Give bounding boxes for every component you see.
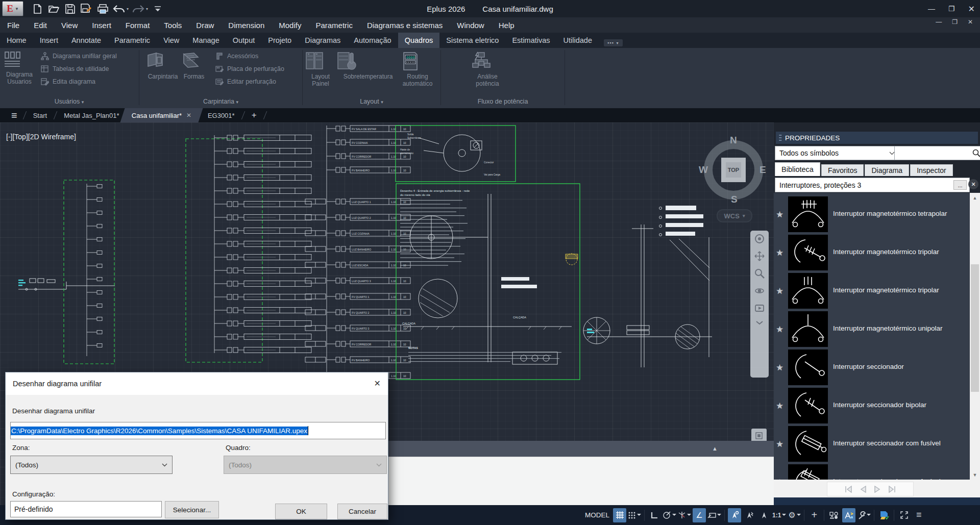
undo-dropdown-icon[interactable]: ▾ xyxy=(127,7,129,11)
command-text-window[interactable] xyxy=(387,457,774,505)
navbar-extra-button[interactable] xyxy=(751,429,767,442)
tab-favoritos[interactable]: Favoritos xyxy=(821,164,864,176)
ribbon-tab-manage[interactable]: Manage xyxy=(186,33,226,48)
page-prev-icon[interactable] xyxy=(860,486,867,493)
plot-icon[interactable] xyxy=(96,3,109,15)
menu-parametric[interactable]: Parametric xyxy=(308,17,360,33)
ribbon-tab-annotate[interactable]: Annotate xyxy=(65,33,108,48)
ribbon-tab-quadros[interactable]: Quadros xyxy=(398,33,440,48)
scrollbar-thumb[interactable] xyxy=(971,264,979,392)
new-file-icon[interactable] xyxy=(31,3,44,15)
scroll-down-icon[interactable]: ▼ xyxy=(970,470,980,480)
carpintaria-button[interactable]: Carpintaria xyxy=(145,50,181,80)
mdi-minimize-icon[interactable]: — xyxy=(936,18,942,26)
model-space-button[interactable]: MODEL xyxy=(583,511,611,519)
osnap-2d-icon[interactable] xyxy=(757,508,771,522)
minimize-icon[interactable]: — xyxy=(928,5,935,13)
cancel-button[interactable]: Cancelar xyxy=(337,504,387,519)
ribbon-more-tabs-button[interactable]: ▪▪▪▾ xyxy=(604,39,623,46)
file-tab-start[interactable]: Start xyxy=(30,112,50,119)
redo-icon[interactable] xyxy=(132,3,145,15)
file-tab-eg3001[interactable]: EG3001* xyxy=(205,112,238,119)
osnap-3d-icon[interactable] xyxy=(743,508,756,522)
ribbon-tab-sistema-eletrico[interactable]: Sistema eletrico xyxy=(439,33,505,48)
symbol-list-item[interactable]: ★ Interruptor magnetotérmico tripolar xyxy=(774,235,970,270)
menu-diagramas-e-sistemas[interactable]: Diagramas e sistemas xyxy=(360,17,450,33)
formas-button[interactable]: Formas xyxy=(180,50,208,80)
view-compass[interactable]: N W E S TOP xyxy=(700,137,767,203)
file-tab-close-icon[interactable]: ✕ xyxy=(186,112,191,119)
open-folder-icon[interactable] xyxy=(47,3,60,15)
diagrama-unifilar-geral-button[interactable]: Diagrama unifilar geral xyxy=(41,52,117,60)
favorite-star-icon[interactable]: ★ xyxy=(776,324,783,335)
favorite-star-icon[interactable]: ★ xyxy=(776,401,783,411)
fullscreen-icon[interactable] xyxy=(897,508,911,522)
panel-footer-usuarios[interactable]: Usuários ▾ xyxy=(0,98,138,108)
menu-help[interactable]: Help xyxy=(492,17,522,33)
orbit-icon[interactable] xyxy=(754,286,765,296)
favorite-star-icon[interactable]: ★ xyxy=(776,362,783,373)
menu-format[interactable]: Format xyxy=(118,17,157,33)
polar-tracking-icon[interactable] xyxy=(663,508,676,522)
undo-icon[interactable] xyxy=(112,3,126,15)
dialog-close-icon[interactable]: ✕ xyxy=(374,379,381,388)
layout-painel-button[interactable]: Layout Painel xyxy=(304,50,337,87)
symbol-filter-dropdown[interactable]: Todos os símbolos xyxy=(775,146,899,160)
menu-draw[interactable]: Draw xyxy=(189,17,221,33)
save-icon[interactable] xyxy=(63,3,77,15)
collapse-arrow-icon[interactable]: ▲ xyxy=(712,445,718,452)
zona-dropdown[interactable]: (Todos) xyxy=(10,456,173,474)
favorite-star-icon[interactable]: ★ xyxy=(776,286,783,296)
nav-wheel-icon[interactable] xyxy=(754,234,765,244)
analise-potencia-button[interactable]: Análise potência xyxy=(471,50,504,87)
compass-south[interactable]: S xyxy=(731,194,738,205)
favorite-star-icon[interactable]: ★ xyxy=(776,209,783,220)
redo-dropdown-icon[interactable]: ▾ xyxy=(146,7,148,11)
symbol-list-item[interactable]: ★ Interruptor magnetotérmico unipolar xyxy=(774,311,970,347)
save-as-icon[interactable] xyxy=(80,3,93,15)
ribbon-tab-estimativas[interactable]: Estimativas xyxy=(505,33,556,48)
favorite-star-icon[interactable]: ★ xyxy=(776,439,783,449)
acessorios-button[interactable]: Acessórios xyxy=(215,52,258,60)
page-next-icon[interactable] xyxy=(874,486,881,493)
zoom-icon[interactable] xyxy=(754,268,765,279)
command-palette-collapse-bar[interactable]: ▲ xyxy=(387,441,774,457)
selecionar-button[interactable]: Selecionar... xyxy=(165,501,219,518)
ribbon-tab-parametric[interactable]: Parametric xyxy=(108,33,157,48)
page-last-icon[interactable] xyxy=(888,486,896,493)
edita-diagrama-button[interactable]: Edita diagrama xyxy=(41,78,95,86)
viewport-controls-label[interactable]: [-][Top][2D Wireframe] xyxy=(6,133,76,141)
symbol-list-item[interactable]: ★ Interruptor seccionador com fusível xyxy=(774,464,970,480)
symbol-search-input[interactable] xyxy=(894,146,980,160)
wcs-selector[interactable]: WCS▾ xyxy=(717,209,752,222)
ribbon-tab-automacao[interactable]: Automação xyxy=(347,33,398,48)
angle-icon[interactable]: ∠ xyxy=(693,508,706,522)
favorite-star-icon[interactable]: ★ xyxy=(776,247,783,258)
clear-category-icon[interactable]: ✕ xyxy=(968,179,978,189)
ribbon-tab-diagramas[interactable]: Diagramas xyxy=(298,33,347,48)
navigation-bar[interactable] xyxy=(750,231,769,378)
symbol-list-item[interactable]: ★ Interruptor magnetotérmico tetrapolar xyxy=(774,196,970,232)
symbol-list-scrollbar[interactable]: ▲ ▼ xyxy=(970,193,980,480)
symbol-list-item[interactable]: ★ Interruptor seccionador xyxy=(774,349,970,385)
plus-icon[interactable]: + xyxy=(807,508,821,522)
osnap-icon[interactable] xyxy=(728,508,741,522)
file-tab-metal-jas-plan01[interactable]: Metal Jas_Plan01* xyxy=(61,112,122,119)
graphics-performance-icon[interactable] xyxy=(842,508,855,522)
compass-west[interactable]: W xyxy=(699,164,708,176)
file-tabs-menu-icon[interactable]: ≡ xyxy=(11,110,17,121)
browse-category-button[interactable]: ... xyxy=(953,180,967,190)
ribbon-tab-view[interactable]: View xyxy=(157,33,186,48)
tab-inspector[interactable]: Inspector xyxy=(910,164,953,176)
editar-perfuracao-button[interactable]: Editar perfuração xyxy=(215,78,276,86)
ribbon-tab-home[interactable]: Home xyxy=(0,33,33,48)
panel-grip-icon[interactable] xyxy=(779,134,781,141)
annotation-scale-button[interactable]: 1:1 xyxy=(772,508,786,522)
hardware-accel-icon[interactable] xyxy=(877,508,891,522)
close-icon[interactable]: ✕ xyxy=(968,4,975,14)
compass-east[interactable]: E xyxy=(760,164,766,176)
placa-de-perfuracao-button[interactable]: Placa de perfuração xyxy=(215,65,284,73)
file-tab-casa-unifamiliar[interactable]: Casa unifamiliar* ✕ xyxy=(120,108,203,122)
grid-icon[interactable] xyxy=(613,508,626,522)
tab-biblioteca[interactable]: Biblioteca xyxy=(775,162,820,176)
